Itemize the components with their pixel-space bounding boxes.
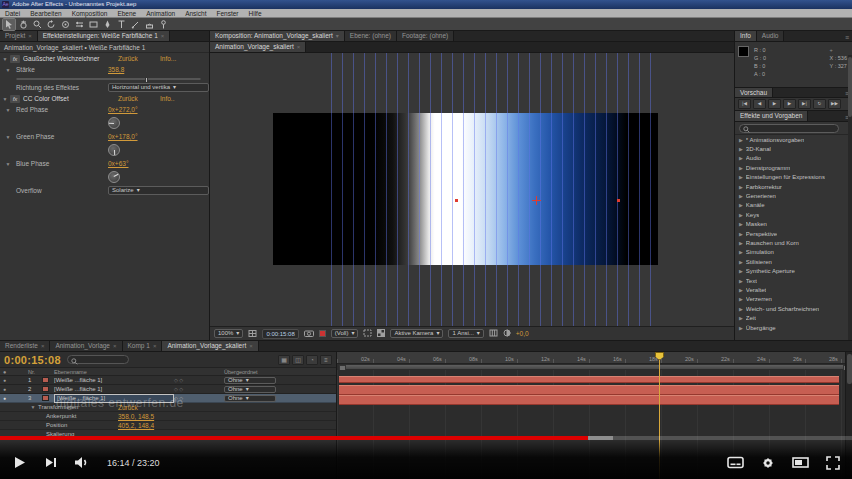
- twirl-closed-icon[interactable]: ▶: [739, 146, 743, 152]
- layer-row-1[interactable]: ● 1 [Weiße ...fläche 1] ◇ ◇ Ohne▾: [0, 376, 336, 385]
- safe-zones-icon[interactable]: [248, 329, 257, 339]
- close-icon[interactable]: ×: [161, 31, 165, 41]
- effects-presets-item[interactable]: ▶ Dienstprogramm: [735, 163, 852, 172]
- work-area-bar[interactable]: [339, 365, 850, 369]
- twirl-closed-icon[interactable]: ▶: [739, 231, 743, 237]
- parent-dropdown[interactable]: Ohne▾: [224, 377, 276, 384]
- twirl-closed-icon[interactable]: ▶: [739, 249, 743, 255]
- anchor-point-value[interactable]: 358,0, 148,5: [118, 413, 336, 420]
- effect-reset-button[interactable]: Zurück: [118, 55, 160, 62]
- preview-transport-button[interactable]: |◀: [738, 99, 751, 109]
- camera-tool-icon[interactable]: [59, 19, 71, 30]
- effects-presets-item[interactable]: ▶ * Animationsvorgaben: [735, 135, 852, 144]
- effects-presets-item[interactable]: ▶ Text: [735, 276, 852, 285]
- effects-presets-item[interactable]: ▶ Masken: [735, 220, 852, 229]
- position-value[interactable]: 405,2, 148,4: [118, 422, 336, 429]
- tab-comp-animation-vorlage[interactable]: Animation_Vorlage×: [50, 341, 122, 351]
- resolution-dropdown[interactable]: (Voll)▾: [331, 329, 359, 338]
- next-button[interactable]: [44, 456, 57, 469]
- twirl-closed-icon[interactable]: ▶: [739, 193, 743, 199]
- hide-shy-layers-icon[interactable]: ◔: [306, 355, 318, 365]
- strength-value[interactable]: 358,8: [108, 66, 209, 73]
- current-time-display[interactable]: 0:00:15:08: [4, 354, 61, 366]
- tab-info[interactable]: Info: [735, 31, 757, 41]
- shape-tool-icon[interactable]: [87, 19, 99, 30]
- twirl-open-icon[interactable]: ▼: [0, 67, 16, 73]
- red-phase-dial[interactable]: [108, 117, 120, 129]
- pen-tool-icon[interactable]: [101, 19, 113, 30]
- anchor-point-row[interactable]: Ankerpunkt 358,0, 148,5: [0, 412, 336, 421]
- play-button[interactable]: [12, 455, 27, 470]
- effect-info-button[interactable]: Info...: [160, 55, 209, 62]
- selected-layers-duration-bars[interactable]: [339, 385, 839, 405]
- effects-presets-item[interactable]: ▶ Übergänge: [735, 323, 852, 332]
- effects-presets-item[interactable]: ▶ 3D-Kanal: [735, 144, 852, 153]
- overflow-dropdown[interactable]: Solarize▾: [108, 186, 209, 195]
- tab-layer[interactable]: Ebene: (ohne): [345, 31, 397, 41]
- transparency-grid-icon[interactable]: [377, 329, 385, 338]
- effects-presets-item[interactable]: ▶ Einstellungen für Expressions: [735, 173, 852, 182]
- exposure-icon[interactable]: [503, 329, 511, 338]
- close-icon[interactable]: ×: [153, 341, 157, 351]
- volume-button[interactable]: [74, 456, 90, 469]
- eye-icon[interactable]: ●: [0, 386, 28, 392]
- view-layout-dropdown[interactable]: 1 Ansi...▾: [448, 329, 483, 338]
- effects-presets-item[interactable]: ▶ Audio: [735, 154, 852, 163]
- eye-icon[interactable]: ●: [0, 395, 28, 401]
- time-ruler[interactable]: 02s04s06s08s10s12s14s16s18s20s22s24s26s2…: [337, 352, 852, 364]
- magnification-dropdown[interactable]: 100%▾: [214, 329, 243, 338]
- twirl-closed-icon[interactable]: ▶: [739, 287, 743, 293]
- menu-item[interactable]: Fenster: [211, 9, 243, 18]
- twirl-closed-icon[interactable]: ▶: [739, 155, 743, 161]
- blue-phase-value[interactable]: 0x+63°: [108, 160, 209, 167]
- layer-anchor-point[interactable]: [617, 199, 620, 202]
- green-phase-value[interactable]: 0x+178,0°: [108, 133, 209, 140]
- blue-phase-dial[interactable]: [108, 171, 120, 183]
- effect-header-cc-color-offset[interactable]: ▼ fx CC Color Offset Zurück Info..: [0, 93, 209, 104]
- twirl-closed-icon[interactable]: ▶: [739, 325, 743, 331]
- green-phase-dial[interactable]: [108, 144, 120, 156]
- layer-color-swatch[interactable]: [42, 386, 49, 392]
- menu-item[interactable]: Datei: [0, 9, 25, 18]
- frame-blending-icon[interactable]: ≡: [320, 355, 332, 365]
- twirl-closed-icon[interactable]: ▶: [739, 268, 743, 274]
- menu-item[interactable]: Komposition: [67, 9, 113, 18]
- direction-dropdown[interactable]: Horizontal und vertika▾: [108, 83, 209, 92]
- menu-item[interactable]: Bearbeiten: [25, 9, 66, 18]
- effects-presets-item[interactable]: ▶ Generieren: [735, 191, 852, 200]
- preview-transport-button[interactable]: ▶: [783, 99, 796, 109]
- effect-reset-button[interactable]: Zurück: [118, 95, 160, 102]
- parent-dropdown[interactable]: Ohne▾: [224, 386, 276, 393]
- puppet-pin-tool-icon[interactable]: [157, 19, 169, 30]
- menu-item[interactable]: Ansicht: [180, 9, 211, 18]
- strength-slider[interactable]: [16, 78, 201, 80]
- settings-gear-button[interactable]: [761, 456, 775, 470]
- twirl-closed-icon[interactable]: ▶: [739, 165, 743, 171]
- scrollbar-thumb[interactable]: [848, 57, 852, 117]
- twirl-open-icon[interactable]: ▼: [0, 404, 38, 410]
- tab-render-queue[interactable]: Renderliste×: [0, 341, 50, 351]
- close-icon[interactable]: ×: [41, 341, 45, 351]
- twirl-closed-icon[interactable]: ▶: [739, 315, 743, 321]
- effects-presets-item[interactable]: ▶ Simulation: [735, 248, 852, 257]
- viewport-timecode-button[interactable]: 0:00:15:08: [262, 329, 298, 339]
- fx-badge-icon[interactable]: fx: [10, 55, 20, 63]
- panel-menu-icon[interactable]: ≡: [842, 34, 852, 41]
- scrollbar-thumb[interactable]: [847, 354, 852, 384]
- rotate-tool-icon[interactable]: [45, 19, 57, 30]
- timeline-search-box[interactable]: [67, 355, 129, 364]
- preview-transport-button[interactable]: ▶|: [798, 99, 811, 109]
- effects-presets-item[interactable]: ▶ Perspektive: [735, 229, 852, 238]
- preview-transport-button[interactable]: ▶▶: [828, 99, 841, 109]
- tab-comp-1[interactable]: Komp 1×: [123, 341, 163, 351]
- twirl-open-icon[interactable]: ▼: [0, 161, 16, 167]
- zoom-tool-icon[interactable]: [31, 19, 43, 30]
- twirl-closed-icon[interactable]: ▶: [739, 174, 743, 180]
- theater-mode-button[interactable]: [792, 456, 809, 469]
- subtitles-button[interactable]: [727, 456, 744, 469]
- effects-presets-item[interactable]: ▶ Weich- und Scharfzeichnen: [735, 304, 852, 313]
- tab-comp-viewer[interactable]: Animation_Vorlage_skaliert×: [210, 42, 306, 52]
- effect-info-button[interactable]: Info..: [160, 95, 209, 102]
- clone-stamp-tool-icon[interactable]: [143, 19, 155, 30]
- tab-effect-controls[interactable]: Effekteinstellungen: Weiße Farbfläche 1×: [38, 31, 171, 41]
